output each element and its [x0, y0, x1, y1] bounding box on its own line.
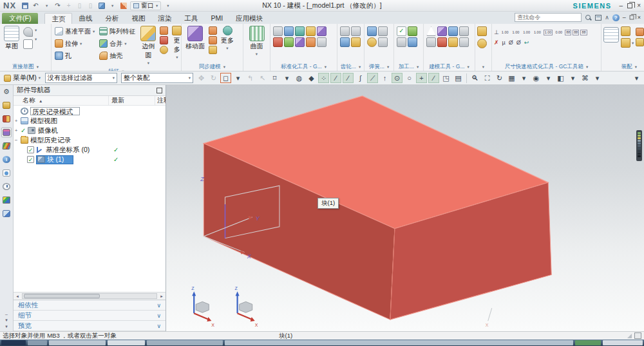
perpendicular-dim-icon[interactable]: ⊥ — [494, 29, 499, 35]
replace-face-icon[interactable] — [209, 46, 217, 54]
group-label-misc[interactable]: ▾ — [475, 62, 491, 71]
assembly-constraint-icon[interactable] — [636, 28, 644, 36]
tab-file[interactable]: 文件(F) — [2, 13, 38, 24]
suppress-checkbox[interactable]: ✓ — [27, 146, 34, 153]
spring-tool-icon-4[interactable] — [378, 37, 388, 47]
view-clip-widget[interactable] — [636, 130, 642, 161]
modeling-tool-icon-5[interactable] — [426, 37, 436, 47]
scroll-left-icon[interactable]: ◂ — [14, 294, 21, 299]
reuse-library-icon[interactable] — [1, 141, 12, 151]
point-on-curve-snap-icon[interactable]: ⟋ — [367, 73, 378, 83]
minimize-ribbon-icon[interactable]: ∧ — [605, 15, 609, 21]
dim-style-icon-4[interactable]: 1.00 — [533, 30, 542, 35]
status-panel-icon[interactable] — [634, 332, 641, 339]
midpoint-snap-icon[interactable]: ∕ — [343, 73, 354, 83]
modeling-tool-icon-6[interactable] — [437, 37, 447, 47]
rectangle-select-dropdown-icon[interactable]: ▾ — [281, 73, 292, 83]
assembly-pattern-icon[interactable] — [636, 38, 644, 46]
zoom-window-icon[interactable]: 🔍︎ — [469, 73, 480, 83]
copy-icon[interactable]: ▯ — [75, 1, 84, 10]
render-style-icon[interactable]: ◉ — [531, 73, 542, 83]
intersection-snap-icon[interactable]: + — [416, 73, 427, 83]
selection-scope-combo[interactable]: 整个装配 ▾ — [121, 73, 193, 83]
delete-dim-icon[interactable]: ✗ — [494, 39, 499, 46]
navigator-settings-gear-icon[interactable]: ⚙ — [1, 87, 12, 97]
misc-tool-icon-1[interactable] — [477, 26, 487, 36]
resbar-collapse-icon[interactable]: – — [5, 312, 8, 316]
view-cube-icon[interactable] — [97, 1, 106, 10]
std-tool-icon-10[interactable] — [317, 37, 327, 47]
column-latest[interactable]: 最新 — [109, 96, 155, 105]
studio-spline-icon[interactable] — [23, 27, 33, 37]
diameter-open-icon[interactable]: Ø — [516, 39, 521, 46]
select-arrow-icon[interactable]: ↖ — [257, 73, 268, 83]
undo-dropdown-icon[interactable]: ▾ — [43, 1, 51, 10]
help-icon[interactable]: ? — [612, 14, 620, 21]
constraint-navigator-icon[interactable] — [1, 114, 12, 124]
part-navigator-icon[interactable] — [1, 128, 12, 137]
tangent-snap-icon[interactable]: ∕ — [428, 73, 439, 83]
triangle-tool-icon[interactable] — [426, 26, 436, 36]
roles-icon[interactable] — [1, 209, 12, 218]
dim-style-icon-2[interactable]: 1.00 — [511, 30, 521, 35]
extrude-button[interactable]: 拉伸▾ — [53, 37, 96, 50]
modeling-tool-icon-7[interactable] — [448, 37, 458, 47]
modeling-tool-icon-3[interactable] — [448, 26, 458, 36]
dim-style-icon-6[interactable]: 0.00 — [554, 30, 564, 35]
assembly-window-icon[interactable] — [603, 27, 619, 43]
snap-dropdown-icon[interactable]: ▾ — [232, 73, 243, 83]
curve-snap-icon[interactable]: ∫ — [355, 73, 366, 83]
menu-button[interactable]: 菜单(M) ▾ — [2, 73, 43, 82]
window-layout-icon[interactable] — [595, 15, 601, 21]
spring-tool-icon-2[interactable] — [378, 26, 388, 36]
sweep-icon[interactable] — [119, 1, 128, 10]
view-orient-cube-icon[interactable]: ◧ — [555, 73, 566, 83]
group-label-synchronous[interactable]: 同步建模▾ — [182, 62, 243, 71]
pattern-feature-button[interactable]: 阵列特征 — [98, 25, 137, 37]
group-label-gear[interactable]: 齿轮...▾ — [337, 62, 364, 71]
qat-overflow-icon[interactable]: ▾ — [164, 1, 172, 10]
group-label-direct-sketch[interactable]: 直接草图▾ — [0, 62, 51, 71]
hd3d-tools-icon[interactable]: i — [1, 155, 12, 164]
point-constructor-icon[interactable]: ↰ — [245, 73, 256, 83]
gear-tool-icon-4[interactable] — [351, 37, 361, 47]
group-label-machining[interactable]: 加工...▾ — [394, 62, 423, 71]
expand-icon[interactable]: + — [14, 118, 19, 124]
tree-row-history-mode[interactable]: 历史记录模式 — [14, 106, 166, 116]
gear-tool-icon-2[interactable] — [351, 26, 361, 36]
dim-style-icon-8[interactable]: 88 — [573, 30, 579, 35]
dim-style-icon-7[interactable]: 88 — [565, 30, 571, 35]
grid-display-icon[interactable]: ▦ — [506, 73, 517, 83]
web-browser-icon[interactable] — [1, 168, 12, 178]
collapse-icon[interactable]: − — [14, 137, 19, 143]
tab-curve[interactable]: 曲线 — [72, 13, 99, 24]
doc-close-button[interactable]: × — [638, 14, 641, 21]
solid-body-icon[interactable]: ◆ — [306, 73, 317, 83]
group-label-gc-toolbox[interactable]: 尺寸快速格式化工具 - GC工具箱▾ — [492, 62, 601, 71]
paste-icon[interactable]: ▯ — [86, 1, 95, 10]
datum-plane-button[interactable]: 基准平面▾ — [53, 25, 96, 37]
camera-dropdown-icon[interactable]: ▾ — [592, 73, 603, 83]
tree-row-datum-csys[interactable]: ✓基准坐标系 (0) ✓ — [14, 145, 166, 155]
move-face-button[interactable]: 移动面 — [184, 25, 207, 52]
resbar-down2-icon[interactable]: ▾ — [5, 324, 8, 329]
taskbar-item[interactable] — [575, 340, 601, 345]
offset-region-icon[interactable] — [209, 36, 217, 44]
endpoint-snap-icon[interactable]: ∕ — [330, 73, 341, 83]
rotate-view-icon[interactable]: ↻ — [494, 73, 505, 83]
resbar-down-icon[interactable]: ▾ — [5, 318, 8, 323]
std-tool-icon-9[interactable] — [306, 37, 316, 47]
suppress-checkbox[interactable]: ✓ — [27, 156, 34, 163]
tab-view[interactable]: 视图 — [125, 13, 151, 24]
taskbar-item[interactable] — [28, 340, 47, 345]
machining-tool-icon-4[interactable] — [408, 37, 417, 47]
center-snap-icon[interactable]: ⊙ — [392, 73, 402, 83]
snap-point-toggle-icon[interactable]: ◻ — [220, 73, 231, 83]
modeling-tool-icon-2[interactable] — [437, 26, 447, 36]
doc-restore-button[interactable] — [629, 15, 634, 20]
notebook-icon[interactable]: ▤ — [453, 73, 464, 83]
column-name[interactable]: 名称 ▲ — [14, 96, 109, 105]
section-preview[interactable]: 预览 ∨ — [14, 321, 166, 331]
render-dropdown-icon[interactable]: ▾ — [543, 73, 554, 83]
sync-more-button[interactable]: 更多 ▾ — [219, 25, 236, 52]
